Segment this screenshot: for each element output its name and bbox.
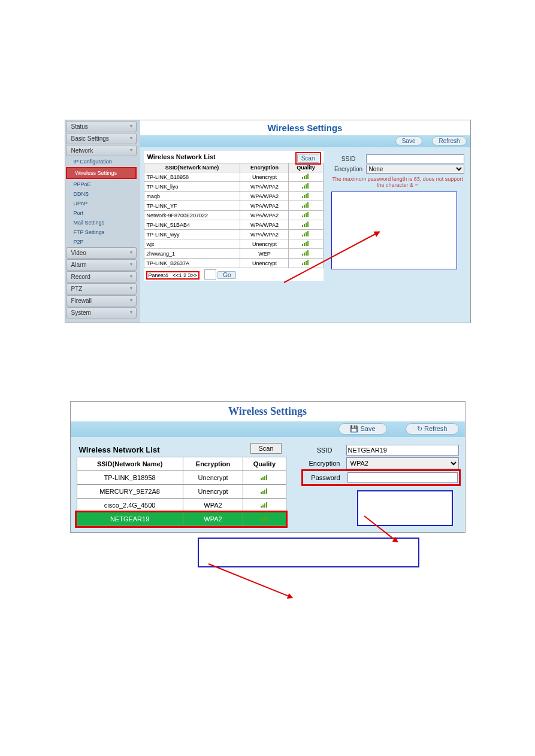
- signal-icon: [302, 193, 309, 199]
- table-row[interactable]: maqbWPA/WPA2: [144, 192, 323, 201]
- encryption-label: Encryption: [331, 166, 366, 172]
- sidebar-alarm[interactable]: Alarm: [66, 259, 137, 271]
- signal-icon: [302, 260, 309, 266]
- encryption-select[interactable]: None: [366, 165, 464, 174]
- ssid-label: SSID: [331, 156, 366, 162]
- password-input[interactable]: [347, 472, 458, 483]
- col-quality-2: Quality: [243, 457, 286, 471]
- sidebar-ptz[interactable]: PTZ: [66, 283, 137, 294]
- list-heading-2: Wireless Network List: [79, 445, 160, 454]
- table-row[interactable]: TP-LINK_B18958Unencrypt: [77, 471, 286, 485]
- signal-icon: [302, 231, 309, 238]
- table-row[interactable]: NETGEAR19WPA2: [77, 512, 286, 526]
- pager-links[interactable]: <<1 2 3>>: [173, 272, 197, 278]
- refresh-button[interactable]: Refresh: [432, 136, 466, 145]
- sidebar-pppoe[interactable]: PPPoE: [65, 180, 137, 189]
- sidebar: Status Basic Settings Network IP Configu…: [65, 120, 137, 319]
- signal-icon: [302, 250, 309, 257]
- action-bar: Save Refresh: [140, 135, 470, 147]
- sidebar-basic-settings[interactable]: Basic Settings: [66, 133, 137, 144]
- table-row[interactable]: TP-LINK_51BAB4WPA/WPA2: [144, 220, 323, 230]
- wifi-form: SSID Encryption None The maximum passwor…: [329, 151, 467, 272]
- col-encryption: Encryption: [240, 163, 289, 172]
- signal-icon: [302, 241, 309, 247]
- table-row[interactable]: zhwwang_1WEP: [144, 249, 323, 259]
- table-row[interactable]: TP-LINK_B2637AUnencrypt: [144, 259, 323, 268]
- network-list-panel: Wireless Network List Scan SSID(Network …: [144, 151, 324, 281]
- signal-icon: [261, 474, 268, 481]
- signal-icon: [302, 221, 309, 228]
- screenshot-1: Status Basic Settings Network IP Configu…: [65, 120, 471, 323]
- sidebar-system[interactable]: System: [66, 307, 137, 318]
- sidebar-p2p[interactable]: P2P: [65, 237, 137, 247]
- sidebar-video[interactable]: Video: [66, 247, 137, 259]
- sidebar-status[interactable]: Status: [66, 121, 137, 132]
- pager-pages: Panes:4: [149, 272, 168, 278]
- network-table-2: SSID(Network Name) Encryption Quality TP…: [77, 457, 286, 526]
- table-row[interactable]: cisco_2.4G_4500WPA2: [77, 499, 286, 512]
- encryption-label-2: Encryption: [303, 460, 346, 467]
- page-title-2: Wireless Settings: [71, 402, 465, 421]
- save-button-2[interactable]: 💾 Save: [338, 423, 386, 435]
- refresh-button-2[interactable]: ↻ Refresh: [406, 423, 459, 435]
- sidebar-ftp[interactable]: FTP Settings: [65, 227, 137, 237]
- sidebar-ip-config[interactable]: IP Configuration: [65, 157, 137, 166]
- save-button[interactable]: Save: [395, 136, 422, 145]
- table-row[interactable]: TP-LINK_liyoWPA/WPA2: [144, 182, 323, 192]
- signal-icon: [302, 202, 309, 209]
- col-encryption-2: Encryption: [183, 457, 243, 471]
- sidebar-firewall[interactable]: Firewall: [66, 295, 137, 306]
- list-heading-text: Wireless Network List: [147, 153, 216, 160]
- sidebar-upnp[interactable]: UPnP: [65, 199, 137, 208]
- table-row[interactable]: TP-LINK_wyyWPA/WPA2: [144, 230, 323, 239]
- table-row[interactable]: TP-LINK_B18958Unencrypt: [144, 172, 323, 182]
- sidebar-mail[interactable]: Mail Settings: [65, 218, 137, 227]
- network-table: SSID(Network Name) Encryption Quality TP…: [144, 163, 324, 268]
- sidebar-ddns[interactable]: DDNS: [65, 189, 137, 199]
- signal-icon: [261, 502, 268, 509]
- page-title: Wireless Settings: [140, 120, 470, 135]
- encryption-select-2[interactable]: WPA2: [346, 457, 459, 469]
- col-ssid-2: SSID(Network Name): [77, 457, 183, 471]
- network-list-heading: Wireless Network List Scan: [144, 151, 324, 163]
- sidebar-record[interactable]: Record: [66, 271, 137, 283]
- table-row[interactable]: Network-9F8700E207022WPA/WPA2: [144, 211, 323, 220]
- annotation-box-3: [198, 538, 419, 567]
- sidebar-wireless-settings[interactable]: Wireless Settings: [66, 167, 137, 179]
- table-row[interactable]: TP-LINK_YFWPA/WPA2: [144, 201, 323, 211]
- ssid-input-2[interactable]: [346, 445, 459, 456]
- ssid-label-2: SSID: [303, 447, 346, 454]
- annotation-box-1: [331, 192, 457, 269]
- sidebar-network[interactable]: Network: [66, 145, 137, 156]
- sidebar-port[interactable]: Port: [65, 208, 137, 218]
- scan-button-2[interactable]: Scan: [250, 443, 281, 454]
- action-bar-2: 💾 Save ↻ Refresh: [71, 421, 465, 437]
- go-button[interactable]: Go: [217, 271, 236, 279]
- password-label: Password: [304, 474, 347, 481]
- network-list-panel-2: Wireless Network List Scan SSID(Network …: [77, 443, 286, 526]
- scan-button[interactable]: Scan: [297, 154, 319, 163]
- table-row[interactable]: wjxUnencrypt: [144, 239, 323, 249]
- main-panel: Wireless Settings Save Refresh Wireless …: [140, 120, 470, 323]
- col-ssid: SSID(Network Name): [144, 163, 240, 172]
- pager-input[interactable]: [204, 269, 216, 280]
- wifi-form-2: SSID Encryption WPA2 Password: [303, 443, 459, 526]
- signal-icon: [261, 515, 268, 523]
- signal-icon: [302, 212, 309, 218]
- screenshot-2: Wireless Settings 💾 Save ↻ Refresh Wirel…: [70, 401, 466, 533]
- table-header-2: SSID(Network Name) Encryption Quality: [77, 457, 286, 471]
- ssid-input[interactable]: [366, 154, 464, 163]
- signal-icon: [302, 174, 309, 180]
- arrow-annotation-3: [208, 563, 292, 598]
- password-hint: The maximum password length is 63, does …: [331, 176, 464, 188]
- signal-icon: [261, 488, 268, 495]
- signal-icon: [302, 183, 309, 190]
- table-row[interactable]: MERCURY_9E72A8Unencrypt: [77, 485, 286, 499]
